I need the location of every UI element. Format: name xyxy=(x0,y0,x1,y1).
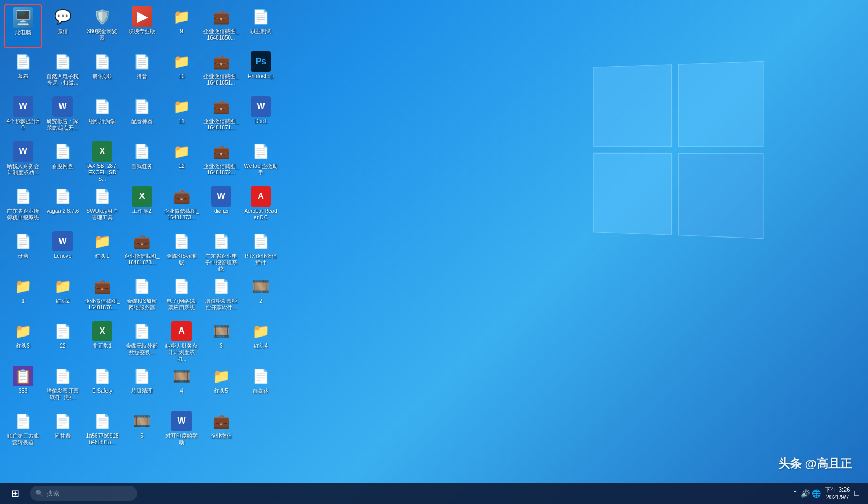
desktop-icon-sibu[interactable]: W 4个步骤提升50 xyxy=(4,94,42,138)
icon-label-dianwang: 电子(网络)发票应用系统 xyxy=(164,298,199,311)
desktop-icon-lajiqingli[interactable]: 📄 垃圾清理 xyxy=(123,364,161,408)
desktop-icon-nashui2[interactable]: A 纳税人财务会计计划度或功... xyxy=(163,319,200,363)
desktop-icon-num22[interactable]: 📄 22 xyxy=(44,319,81,363)
desktop-icon-folder10[interactable]: 📁 10 xyxy=(163,49,200,93)
icon-label-baidu: 百度网盘 xyxy=(52,163,73,170)
icon-label-wecom6: 企业微信截图_16481873... xyxy=(124,253,160,266)
icon-label-folder5: 5 xyxy=(140,433,144,439)
desktop-icon-wecom4[interactable]: 💼 企业微信截图_16481872... xyxy=(202,139,240,183)
desktop-icon-swukey[interactable]: 📄 SWUkey用户管理工具 xyxy=(84,184,121,228)
desktop-icon-peiyinshen[interactable]: 📄 配音神器 xyxy=(123,94,161,138)
icon-label-sibu: 4个步骤提升50 xyxy=(5,118,41,131)
desktop-icon-jindi[interactable]: 📄 金蝶KIS标准版 xyxy=(163,229,200,273)
desktop-icon-zuzhi[interactable]: 📄 组织行为学 xyxy=(84,94,121,138)
desktop-icon-wecom6[interactable]: 💼 企业微信截图_16481873... xyxy=(123,229,161,273)
desktop-icon-zimeiti[interactable]: 📄 自媒体 xyxy=(242,364,280,408)
desktop-icon-rtx[interactable]: 📄 RTX企业微信插件 xyxy=(242,229,280,273)
icon-label-lajiqingli: 垃圾清理 xyxy=(131,388,153,394)
desktop-icon-douyin[interactable]: 📄 抖音 xyxy=(123,49,161,93)
desktop-icon-hongtou5[interactable]: 📁 红头5 xyxy=(202,364,240,408)
desktop-icon-acrobat[interactable]: A Acrobat Reader DC xyxy=(242,184,280,228)
desktop-icon-baidu[interactable]: 📄 百度网盘 xyxy=(44,139,81,183)
desktop-icon-dianwang[interactable]: 📄 电子(网络)发票应用系统 xyxy=(163,274,200,318)
desktop-icon-wecom1[interactable]: 💼 企业微信截图_16481850... xyxy=(202,4,240,48)
desktop-icon-doc1[interactable]: W Doc1 xyxy=(242,94,280,138)
icon-image-dianzi: W xyxy=(211,186,231,207)
desktop-icon-zhiye[interactable]: 📄 职业测试 xyxy=(242,4,280,48)
desktop-icon-vagaa[interactable]: 📄 vagaa 2.6.7.6 xyxy=(44,184,81,228)
desktop-icon-folder11[interactable]: 📁 11 xyxy=(163,94,200,138)
icon-label-yanjiu: 研究报告：家荣的起点开... xyxy=(45,118,80,131)
desktop-icon-jindi3[interactable]: 📄 金蝶无忧外部数据交换... xyxy=(123,319,161,363)
desktop-icon-folder4[interactable]: 🎞️ 4 xyxy=(163,364,200,408)
taskbar-search[interactable]: 🔍 搜索 xyxy=(30,486,137,501)
icon-label-hongtou1: 红头1 xyxy=(95,253,109,259)
desktop-icon-yanjiu[interactable]: W 研究报告：家荣的起点开... xyxy=(44,94,81,138)
desktop-icon-wetool[interactable]: 📄 WeTool企微助手 xyxy=(242,139,280,183)
desktop-icon-zenghui[interactable]: 📄 增值发票开票软件（税... xyxy=(44,364,81,408)
icon-label-mubiao: 幕布 xyxy=(18,73,28,80)
icon-label-photoshop: Photoshop xyxy=(248,73,274,80)
desktop-icon-hongtou1[interactable]: 📁 红头1 xyxy=(84,229,121,273)
desktop-icon-gongzuo2[interactable]: X 工作簿2 xyxy=(123,184,161,228)
desktop-icon-esafety[interactable]: 📄 E Safety xyxy=(84,364,121,408)
icon-label-num333: 333 xyxy=(19,388,28,394)
icon-label-zirenwu: 自我任务 xyxy=(131,163,153,170)
desktop-icon-wendai[interactable]: 📄 问甘泰 xyxy=(44,409,81,453)
desktop-icon-folder5[interactable]: 🎞️ 5 xyxy=(123,409,161,453)
desktop-icon-wechat[interactable]: 💬 微信 xyxy=(44,4,81,48)
icon-image-zhiye: 📄 xyxy=(251,6,271,27)
desktop-icon-yingying[interactable]: ▶ 映映专业版 xyxy=(123,4,161,48)
desktop-icon-folder1[interactable]: 📁 1 xyxy=(4,274,42,318)
desktop-icon-pc[interactable]: 🖥️ 此电脑 xyxy=(4,4,42,48)
desktop-icon-zhanghusanzhi[interactable]: 📄 账户第三方账套转换器 xyxy=(4,409,42,453)
icon-label-peiyinshen: 配音神器 xyxy=(131,118,153,125)
desktop-icon-num333[interactable]: 📋 333 xyxy=(4,364,42,408)
desktop-icon-hongtou4[interactable]: 📁 红头4 xyxy=(242,319,280,363)
desktop-icon-taxsb[interactable]: X TAX SB_287_EXCEL_SDS... xyxy=(84,139,121,183)
icon-image-hongtou5: 📁 xyxy=(211,366,231,386)
desktop-icon-wecom5[interactable]: 💼 企业微信截图_16481873... xyxy=(163,184,200,228)
desktop-icon-lenovo[interactable]: W Lenovo xyxy=(44,229,81,273)
desktop-icon-zirenwu[interactable]: 📄 自我任务 xyxy=(123,139,161,183)
desktop-icon-guangdong[interactable]: 📄 广东省企业所得税申报系统 xyxy=(4,184,42,228)
desktop-icon-folder12[interactable]: 📁 12 xyxy=(163,139,200,183)
icon-label-hongtou4: 红头4 xyxy=(254,343,268,349)
icon-image-yanjiu: W xyxy=(52,96,73,117)
desktop-icon-guangdong2[interactable]: 📄 广东省企业电子申报管理系统 xyxy=(202,229,240,273)
desktop-icon-qq[interactable]: 📄 腾讯QQ xyxy=(84,49,121,93)
search-placeholder: 搜索 xyxy=(47,489,59,498)
desktop-icon-hash[interactable]: 📄 1a5677b9928b46f391a... xyxy=(84,409,121,453)
desktop-icon-360[interactable]: 🛡️ 360安全浏览器 xyxy=(84,4,121,48)
notification-icon[interactable]: □ xyxy=(854,488,859,498)
icon-image-lajiqingli: 📄 xyxy=(132,366,152,386)
icon-image-mubiao: 📄 xyxy=(13,51,33,72)
icon-image-folder4: 🎞️ xyxy=(171,366,192,386)
desktop-icon-hongtou3[interactable]: 📁 红头3 xyxy=(4,319,42,363)
desktop-icon-folder2[interactable]: 🎞️ 2 xyxy=(242,274,280,318)
desktop-icon-zengzhi[interactable]: 📄 增值税发票税控开票软件... xyxy=(202,274,240,318)
desktop-icon-folder9[interactable]: 📁 9 xyxy=(163,4,200,48)
desktop-icon-qiyeweixin[interactable]: 💼 企业微信 xyxy=(202,409,240,453)
desktop-icon-feizheng[interactable]: X 非正常1 xyxy=(84,319,121,363)
icon-label-wecom1: 企业微信截图_16481850... xyxy=(203,28,239,41)
desktop-icon-ziran[interactable]: 📄 自然人电子税务局（扣缴... xyxy=(44,49,81,93)
icon-label-hongtou2: 红头2 xyxy=(56,298,70,304)
desktop-icon-wecom2[interactable]: 💼 企业微信截图_16481851... xyxy=(202,49,240,93)
desktop-icon-jindi2[interactable]: 📄 金蝶KIS加密网络服务器 xyxy=(123,274,161,318)
desktop-icon-folder3[interactable]: 🎞️ 3 xyxy=(202,319,240,363)
icon-label-dianzi: dianzi xyxy=(214,208,228,215)
desktop-icon-mubiao[interactable]: 📄 幕布 xyxy=(4,49,42,93)
desktop-icon-nashui[interactable]: W 纳税人财务会计制度或功... xyxy=(4,139,42,183)
icon-image-num333: 📋 xyxy=(13,366,33,386)
desktop-icon-wecom3[interactable]: 💼 企业微信截图_16481871... xyxy=(202,94,240,138)
desktop-icon-munv[interactable]: 📄 母亲 xyxy=(4,229,42,273)
desktop-icon-wecom7[interactable]: 💼 企业微信截图_16481876... xyxy=(84,274,121,318)
start-button[interactable]: ⊞ xyxy=(2,483,28,504)
desktop-icon-dianzi[interactable]: W dianzi xyxy=(202,184,240,228)
desktop-icon-duikaiyinde[interactable]: W 对开印度的举动 xyxy=(163,409,200,453)
icon-label-wecom3: 企业微信截图_16481871... xyxy=(203,118,239,131)
desktop-icon-photoshop[interactable]: Ps Photoshop xyxy=(242,49,280,93)
icon-image-folder10: 📁 xyxy=(171,51,192,72)
desktop-icon-hongtou2[interactable]: 📁 红头2 xyxy=(44,274,81,318)
